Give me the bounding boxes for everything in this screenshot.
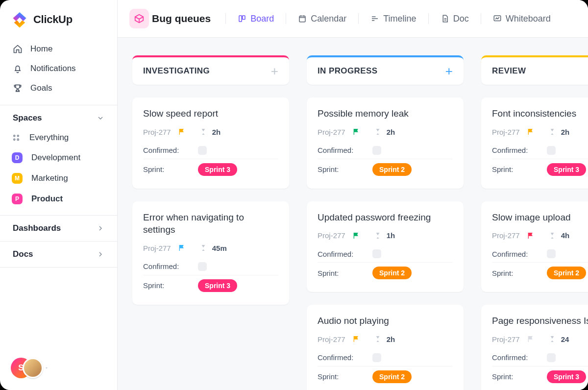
confirmed-row: Confirmed: (492, 245, 588, 262)
card-title: Slow image upload (492, 211, 588, 224)
flag-icon (178, 244, 186, 252)
sprint-label: Sprint: (318, 165, 360, 173)
brand[interactable]: ClickUp (0, 0, 117, 37)
sprint-row: Sprint: Sprint 3 (492, 366, 588, 387)
confirmed-label: Confirmed: (143, 146, 185, 154)
confirmed-checkbox[interactable] (372, 249, 381, 258)
card[interactable]: Slow image upload Proj-277 4h Confirmed:… (481, 201, 588, 292)
confirmed-checkbox[interactable] (372, 353, 381, 362)
tab-board[interactable]: Board (234, 11, 278, 27)
caret-down-icon (44, 366, 49, 370)
chevron-right-icon (97, 224, 104, 232)
sprint-pill[interactable]: Sprint 2 (372, 163, 412, 176)
card-title: Updated password freezing (318, 211, 453, 224)
confirmed-row: Confirmed: (143, 258, 278, 275)
sprint-pill[interactable]: Sprint 3 (547, 370, 586, 383)
doc-icon (441, 14, 449, 23)
confirmed-row: Confirmed: (318, 142, 453, 159)
sprint-pill[interactable]: Sprint 3 (547, 163, 586, 176)
card[interactable]: Font inconsistencies Proj-277 2h Confirm… (481, 98, 588, 189)
dashboards-section[interactable]: Dashboards (0, 216, 117, 241)
card-title: Page responsiveness Issues (492, 315, 588, 327)
duration: 4h (561, 231, 570, 240)
spaces-label: Spaces (13, 113, 42, 123)
nav-goals[interactable]: Goals (0, 78, 117, 98)
nav-notifications[interactable]: Notifications (0, 59, 117, 78)
sprint-row: Sprint: Sprint 3 (143, 275, 278, 296)
chevron-down-icon (97, 114, 104, 122)
project-id: Proj-277 (143, 244, 171, 252)
board-icon (238, 14, 246, 23)
project-id: Proj-277 (492, 128, 520, 136)
svg-point-1 (17, 135, 19, 137)
brand-name: ClickUp (33, 13, 73, 26)
card-list: Font inconsistencies Proj-277 2h Confirm… (481, 98, 588, 390)
confirmed-row: Confirmed: (492, 349, 588, 366)
confirmed-checkbox[interactable] (372, 146, 381, 155)
sprint-row: Sprint: Sprint 3 (143, 159, 278, 180)
title-badge (129, 9, 149, 28)
confirmed-row: Confirmed: (492, 142, 588, 159)
sprint-label: Sprint: (143, 281, 185, 290)
nav: Home Notifications Goals (0, 37, 117, 105)
confirmed-label: Confirmed: (318, 353, 360, 362)
tab-calendar[interactable]: Calendar (294, 11, 350, 27)
confirmed-label: Confirmed: (492, 250, 534, 258)
card-meta: Proj-277 24 (492, 335, 588, 343)
spaces-everything[interactable]: Everything (0, 128, 117, 147)
sprint-label: Sprint: (143, 165, 185, 173)
space-marketing[interactable]: M Marketing (0, 168, 117, 189)
confirmed-label: Confirmed: (318, 250, 360, 258)
svg-rect-4 (239, 16, 242, 22)
space-product[interactable]: P Product (0, 189, 117, 209)
confirmed-checkbox[interactable] (547, 249, 556, 258)
confirmed-checkbox[interactable] (547, 353, 556, 362)
card[interactable]: Possible memory leak Proj-277 2h Confirm… (307, 98, 464, 189)
sprint-pill[interactable]: Sprint 3 (198, 279, 237, 292)
column-review: REVIEW Font inconsistencies Proj-277 2h … (481, 55, 588, 390)
confirmed-checkbox[interactable] (198, 146, 207, 155)
card[interactable]: Updated password freezing Proj-277 1h Co… (307, 201, 464, 292)
tab-calendar-label: Calendar (311, 14, 346, 24)
tab-whiteboard[interactable]: Whiteboard (489, 11, 555, 27)
hourglass-icon (548, 128, 556, 136)
sprint-pill[interactable]: Sprint 2 (372, 267, 412, 279)
flag-icon (527, 335, 535, 343)
sprint-row: Sprint: Sprint 2 (318, 159, 453, 180)
space-badge: P (12, 194, 23, 204)
card[interactable]: Audio not playing Proj-277 2h Confirmed:… (307, 305, 464, 390)
flag-icon (352, 232, 360, 240)
card[interactable]: Error when navigating to settings Proj-2… (132, 201, 289, 305)
space-label: Product (31, 194, 63, 204)
svg-rect-6 (299, 16, 305, 22)
confirmed-row: Confirmed: (318, 245, 453, 262)
tab-doc[interactable]: Doc (437, 11, 473, 27)
confirmed-checkbox[interactable] (198, 262, 207, 271)
tab-whiteboard-label: Whiteboard (506, 14, 551, 24)
confirmed-checkbox[interactable] (547, 146, 556, 155)
tab-doc-label: Doc (453, 14, 469, 24)
duration: 2h (561, 128, 570, 136)
card-meta: Proj-277 4h (492, 231, 588, 240)
space-label: Development (31, 153, 80, 163)
card[interactable]: Page responsiveness Issues Proj-277 24 C… (481, 305, 588, 390)
flag-icon (527, 128, 535, 136)
hourglass-icon (374, 128, 382, 136)
board: INVESTIGATING+ Slow speed report Proj-27… (118, 38, 588, 390)
sprint-pill[interactable]: Sprint 2 (372, 370, 412, 383)
tab-timeline[interactable]: Timeline (367, 11, 420, 27)
docs-section[interactable]: Docs (0, 242, 117, 267)
space-development[interactable]: D Development (0, 147, 117, 168)
hourglass-icon (548, 232, 556, 240)
spaces-header[interactable]: Spaces (0, 105, 117, 128)
sprint-pill[interactable]: Sprint 3 (198, 163, 237, 176)
sprint-label: Sprint: (318, 372, 360, 381)
user-avatars[interactable]: S (0, 346, 117, 390)
flag-icon (352, 335, 360, 343)
card-meta: Proj-277 2h (143, 128, 278, 136)
sprint-pill[interactable]: Sprint 2 (547, 267, 586, 279)
brand-logo-icon (11, 11, 28, 28)
project-id: Proj-277 (318, 128, 345, 136)
card[interactable]: Slow speed report Proj-277 2h Confirmed:… (132, 98, 289, 189)
nav-home[interactable]: Home (0, 39, 117, 59)
